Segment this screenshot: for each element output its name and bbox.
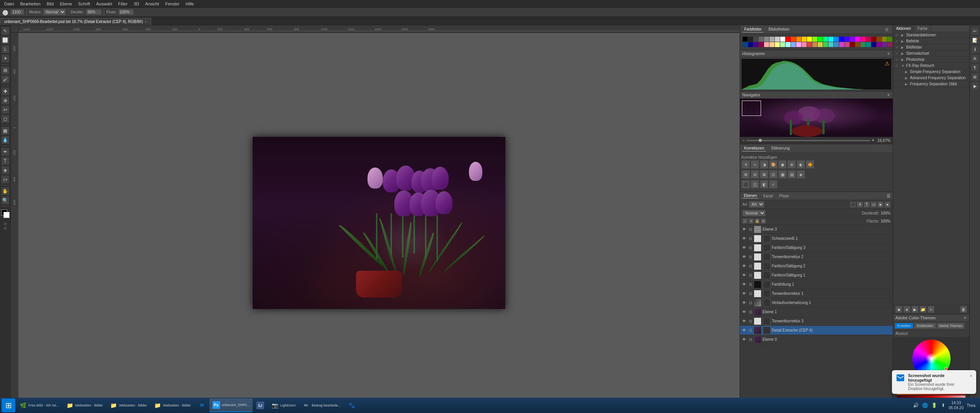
tray-icon-3[interactable]: 🔋 [930,402,938,409]
swatches-menu-btn[interactable]: ☰ [884,26,890,33]
ak-record-btn[interactable]: ● [903,306,910,313]
filter-pixel[interactable]: ⬛ [850,202,856,208]
color-swatch[interactable] [796,37,801,42]
filter-text[interactable]: T [864,202,870,208]
layer-row[interactable]: 👁 ⛓ Schwarzweiß 1 [740,234,893,243]
layer-row[interactable]: 👁 ⛓ Ebene 0 [740,335,893,344]
selective-color-icon[interactable]: ◈ [797,170,805,179]
color-swatch[interactable] [855,42,860,47]
photofilt-icon[interactable]: 🔶 [806,160,814,169]
color-swatch[interactable] [812,37,817,42]
background-color[interactable] [3,212,10,218]
blend-mode-select[interactable]: Normal [43,9,66,15]
taskbar-btn-photoshop[interactable]: Ps unbenant_SHP0... [209,398,253,412]
layers-menu[interactable]: ☰ [887,193,890,198]
mask-icon[interactable]: ◧ [760,180,768,189]
apply-icon[interactable]: ✓ [769,180,777,189]
taskbar-user[interactable]: Thea [965,403,977,408]
taskbar-btn-1[interactable]: 🌿 Fres.Wild - Wir ret... [16,398,62,412]
exposure-icon[interactable]: ◑ [760,160,768,169]
curves-icon[interactable]: ∿ [751,160,759,169]
layer-row[interactable]: 👁 ⛓ Farbton/Sättigung 2 [740,262,893,271]
theme-tab-entdecken[interactable]: Entdecken [914,323,936,329]
layer-filter-select[interactable]: Art [749,201,764,208]
color-swatch[interactable] [759,37,764,42]
layer-visibility-toggle[interactable]: 👁 [742,291,747,296]
color-swatch[interactable] [759,42,764,47]
move-tool[interactable]: ↖ [1,27,10,35]
color-swatch[interactable] [764,42,769,47]
collapse-history[interactable]: ↩ [971,27,979,35]
color-swatch[interactable] [807,42,812,47]
zoom-tool[interactable]: 🔍 [1,196,10,205]
blend-mode-layers[interactable]: Normal [742,210,766,216]
color-swatch[interactable] [882,37,887,42]
layer-visibility-toggle[interactable]: 👁 [742,282,747,287]
menu-hilfe[interactable]: Hilfe [183,1,197,7]
ak-new-set-btn[interactable]: 📁 [920,306,926,313]
color-swatch[interactable] [753,42,758,47]
taskbar-btn-browser[interactable]: ✏ Beitrag bearbeite... [299,398,344,412]
color-theme-collapse[interactable]: ▼ [963,316,967,320]
lock-pixels[interactable]: ▪ [742,218,748,224]
action-item[interactable]: ✓ ▶ Photoshop [893,57,969,63]
action-item[interactable]: ✓ ▶ Befehle [893,38,969,44]
taskbar-btn-lightroom2[interactable]: 📷 Lightroom [268,398,299,412]
menu-ansicht[interactable]: Ansicht [142,1,162,7]
pen-tool[interactable]: ✒ [1,148,10,156]
color-swatch[interactable] [887,42,892,47]
brush-tool-icon[interactable]: ⬤ [2,8,9,16]
tray-icon-4[interactable]: ⬆ [939,402,947,409]
flow-input[interactable] [118,9,134,15]
color-wheel-dot[interactable] [944,367,947,370]
layer-row[interactable]: 👁 ⛓ Farbton/Sättigung 1 [740,271,893,280]
tab-farbfelder[interactable]: Farbfelder [742,26,764,33]
menu-auswahl[interactable]: Auswahl [93,1,115,7]
vibrance-icon[interactable]: 🎨 [769,160,777,169]
color-swatch[interactable] [866,42,871,47]
brush-size-input[interactable] [11,9,24,15]
menu-schrift[interactable]: Schrift [75,1,93,7]
color-swatch[interactable] [807,37,812,42]
blur-tool[interactable]: 💧 [1,136,10,144]
tray-icon-1[interactable]: 🔊 [912,402,920,409]
histogram-collapse[interactable]: ▼ [887,52,890,56]
eyedropper-tool[interactable]: 🖋 [1,75,10,84]
stamp-tool[interactable]: ⊕ [1,96,10,105]
layer-chain[interactable]: ⛓ [748,255,753,259]
theme-tab-meine[interactable]: Meine Themen [937,323,965,329]
lock-all[interactable]: 🔒 [755,218,760,224]
color-swatch[interactable] [855,37,860,42]
filter-smart[interactable]: ◈ [877,202,884,208]
layer-visibility-toggle[interactable]: 👁 [742,236,747,241]
colorbalance-icon[interactable]: ⊕ [787,160,796,169]
bw-icon[interactable]: ◐ [797,160,805,169]
eraser-tool[interactable]: ◻ [1,115,10,123]
text-tool[interactable]: T [1,157,10,165]
color-swatch[interactable] [871,37,876,42]
gradient-tool[interactable]: ▦ [1,127,10,135]
taskbar-btn-folder3[interactable]: 📁 Webseiten · Bilder [151,398,194,412]
color-swatch[interactable] [861,42,866,47]
start-button[interactable]: ⊞ [2,398,15,412]
collapse-layer-comp[interactable]: ⊞ [971,73,979,81]
color-swatch[interactable] [844,42,849,47]
menu-3d[interactable]: 3D [131,1,142,7]
hsl-icon[interactable]: ◉ [778,160,787,169]
navigator-thumbnail[interactable] [740,99,893,137]
action-item[interactable]: ▶ Simple Frequency Separation [893,69,969,75]
collapse-notes[interactable]: 📝 [971,36,979,44]
smart-icon[interactable]: ◫ [751,180,759,189]
path-tool[interactable]: ◈ [1,166,10,174]
layer-row[interactable]: 👁 ⛓ Tonwertkorrektur 1 [740,289,893,298]
color-swatch[interactable] [802,37,807,42]
crop-tool[interactable]: ⊞ [1,66,10,75]
zoom-slider-thumb[interactable] [759,139,762,142]
document-tab[interactable]: unbenant_SHP0669-Bearbeitet.psd bei 16.7… [0,18,151,25]
navigator-header[interactable]: Navigator ▼ [740,91,893,99]
lock-position[interactable]: ✦ [748,218,754,224]
menu-filter[interactable]: Filter [116,1,130,7]
color-swatch[interactable] [877,42,882,47]
layer-row[interactable]: 👁 ⛓ Tonwertkorrektur 3 [740,317,893,326]
healing-tool[interactable]: ✚ [1,87,10,96]
